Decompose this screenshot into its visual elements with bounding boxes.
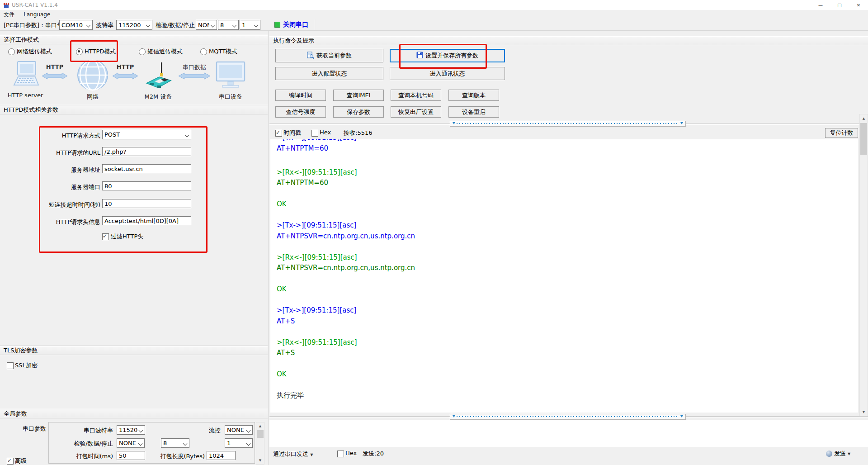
radio-sms-transparent[interactable]: [139, 48, 146, 55]
device-restart-button[interactable]: 设备重启: [448, 106, 499, 118]
get-params-label: 获取当前参数: [316, 52, 352, 60]
scroll-up-icon[interactable]: ▲: [256, 422, 264, 430]
splitter-arrow-icon: [453, 122, 455, 124]
scroll-down-icon[interactable]: ▼: [860, 408, 868, 416]
log-scrollbar[interactable]: ▲ ▼: [859, 114, 868, 416]
node-m2m-label: M2M 设备: [141, 93, 175, 101]
work-mode-title: 选择工作模式: [4, 36, 39, 44]
log-line: >[Tx->][09:51:15][asc]: [277, 306, 356, 315]
global-stopbits-select[interactable]: 1: [225, 438, 253, 448]
parity-select[interactable]: NONI: [196, 20, 217, 30]
timestamp-checkbox[interactable]: [275, 130, 282, 137]
query-imei-button[interactable]: 查询IMEI: [333, 90, 384, 101]
log-output[interactable]: >[Tx->][09:51:15][asc] AT+NTPTM=60 >[Rx<…: [270, 139, 858, 413]
log-line: >[Rx<-][09:51:15][asc]: [277, 168, 357, 177]
menu-bar: 文件 Language: [0, 10, 868, 19]
pack-length-input[interactable]: 1024: [207, 451, 236, 460]
radio-mqtt-mode[interactable]: [200, 48, 207, 55]
stopbits-select[interactable]: 1: [240, 20, 260, 30]
short-conn-timeout-input[interactable]: 10: [102, 199, 191, 208]
server-port-input[interactable]: 80: [102, 181, 191, 190]
reset-count-button[interactable]: 复位计数: [825, 128, 858, 138]
pack-length-label: 打包长度(Bytes): [158, 452, 205, 460]
scrollbar-thumb[interactable]: [257, 430, 264, 438]
scrollbar-thumb[interactable]: [860, 123, 867, 155]
ssl-encrypt-checkbox[interactable]: [7, 362, 14, 369]
query-imei-label: 查询IMEI: [346, 91, 370, 100]
compile-time-button[interactable]: 编译时间: [275, 90, 326, 101]
stopbits-value: 1: [242, 22, 245, 28]
baud-label: 波特率: [96, 21, 113, 29]
send-button[interactable]: 发送 ▼: [826, 450, 850, 458]
horizontal-splitter[interactable]: [450, 414, 686, 420]
enter-config-button[interactable]: 进入配置状态: [275, 67, 383, 80]
close-serial-button[interactable]: 关闭串口: [283, 21, 308, 29]
enter-comm-label: 进入通讯状态: [430, 70, 465, 78]
com-port-select[interactable]: COM10: [59, 20, 93, 30]
advanced-checkbox[interactable]: [7, 458, 14, 465]
horizontal-splitter[interactable]: [450, 121, 686, 127]
save-floppy-icon: [416, 52, 423, 60]
http-url-input[interactable]: /2.php?: [102, 147, 191, 156]
factory-reset-label: 恢复出厂设置: [398, 108, 434, 116]
laptop-icon: [11, 61, 40, 92]
log-line: AT+NTPSVR=cn.ntp.org.cn,us.ntp.org.cn: [277, 263, 415, 272]
splitter-dots: [457, 123, 679, 124]
global-parity-value: NONE: [119, 440, 136, 446]
send-mode-dropdown[interactable]: 通过串口发送 ▼: [273, 450, 313, 458]
server-address-input[interactable]: socket.usr.cn: [102, 164, 191, 173]
menu-language[interactable]: Language: [20, 10, 54, 19]
query-signal-button[interactable]: 查信号强度: [275, 106, 326, 118]
http-header-input[interactable]: Accept:text/html[0D][0A]: [102, 216, 191, 225]
databits-select[interactable]: 8: [218, 20, 239, 30]
http-method-label: HTTP请求方式: [26, 132, 100, 140]
serial-open-status-icon: [274, 22, 280, 28]
log-line: >[Tx->][09:51:15][asc]: [277, 221, 356, 230]
radio-net-transparent-label: 网络透传模式: [17, 47, 52, 56]
flow-control-select[interactable]: NONE: [225, 425, 253, 435]
save-params-label: 保存参数: [347, 108, 370, 116]
http-method-select[interactable]: POST: [102, 130, 191, 139]
factory-reset-button[interactable]: 恢复出厂设置: [391, 106, 441, 118]
scroll-down-icon[interactable]: ▼: [256, 457, 264, 464]
filter-http-header-checkbox[interactable]: [102, 233, 109, 240]
title-bar: USR-CAT1 V1.1.4 — □ ✕: [0, 0, 868, 10]
device-restart-label: 设备重启: [462, 108, 486, 116]
menu-file[interactable]: 文件: [0, 10, 18, 19]
databits-value: 8: [220, 22, 224, 28]
global-baud-select[interactable]: 115200: [117, 425, 145, 435]
radio-httpd-mode[interactable]: [76, 48, 83, 55]
pack-time-input[interactable]: 50: [117, 451, 145, 460]
node-http-server-label: HTTP server: [7, 92, 43, 99]
get-params-button[interactable]: 获取当前参数: [275, 49, 383, 62]
close-button[interactable]: ✕: [849, 0, 868, 10]
set-save-all-button[interactable]: 设置并保存所有参数: [390, 49, 505, 62]
query-number-button[interactable]: 查询本机号码: [391, 90, 441, 101]
global-parity-select[interactable]: NONE: [117, 438, 145, 448]
maximize-button[interactable]: □: [830, 0, 849, 10]
minimize-button[interactable]: —: [811, 0, 830, 10]
log-hex-checkbox[interactable]: [311, 130, 318, 137]
log-line: AT+S: [277, 317, 295, 326]
send-hex-checkbox[interactable]: [337, 451, 344, 457]
radio-httpd-mode-label: HTTPD模式: [85, 47, 116, 56]
parity-label: 检验/数据/停止: [156, 21, 195, 29]
enter-comm-button[interactable]: 进入通讯状态: [390, 67, 505, 80]
log-line: OK: [277, 285, 287, 294]
http-url-label: HTTP请求的URL: [26, 149, 100, 157]
global-scrollbar[interactable]: ▲ ▼: [256, 422, 264, 465]
baud-value: 115200: [118, 22, 141, 28]
baud-select[interactable]: 115200: [116, 20, 152, 30]
query-version-button[interactable]: 查询版本: [448, 90, 499, 101]
radio-net-transparent[interactable]: [8, 48, 15, 55]
send-input[interactable]: [269, 420, 868, 447]
splitter-dots: [457, 416, 679, 417]
link-http-1-label: HTTP: [42, 63, 68, 70]
save-params-button[interactable]: 保存参数: [333, 106, 384, 118]
pc-serial-params-label: [PC串口参数]：串口号: [4, 21, 63, 29]
global-databits-select[interactable]: 8: [161, 438, 189, 448]
app-icon: [3, 2, 9, 9]
splitter-arrow-icon: [680, 415, 683, 418]
chevron-down-icon: ▼: [848, 452, 850, 456]
scroll-up-icon[interactable]: ▲: [860, 114, 868, 122]
